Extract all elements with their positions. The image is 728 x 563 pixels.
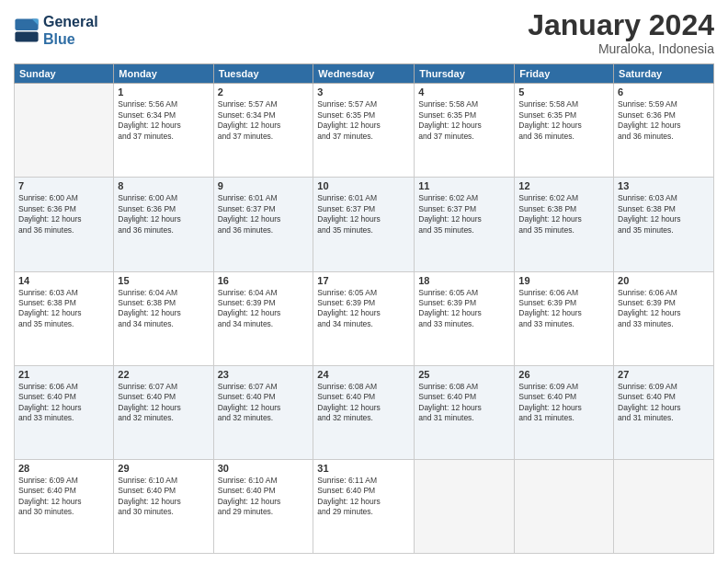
col-header-wednesday: Wednesday	[313, 64, 415, 84]
day-number: 29	[118, 463, 209, 474]
day-number: 25	[418, 369, 510, 380]
week-row-1: 1Sunrise: 5:56 AM Sunset: 6:34 PM Daylig…	[15, 84, 714, 178]
calendar-cell: 26Sunrise: 6:09 AM Sunset: 6:40 PM Dayli…	[515, 365, 614, 459]
calendar-cell: 19Sunrise: 6:06 AM Sunset: 6:39 PM Dayli…	[515, 271, 614, 365]
calendar-cell: 15Sunrise: 6:04 AM Sunset: 6:38 PM Dayli…	[114, 271, 213, 365]
title-block: January 2024 Muraloka, Indonesia	[528, 9, 714, 56]
calendar-cell: 10Sunrise: 6:01 AM Sunset: 6:37 PM Dayli…	[313, 178, 415, 271]
calendar-cell: 25Sunrise: 6:08 AM Sunset: 6:40 PM Dayli…	[415, 365, 515, 459]
day-number: 11	[418, 180, 510, 191]
logo-icon	[14, 17, 40, 43]
calendar-cell: 4Sunrise: 5:58 AM Sunset: 6:35 PM Daylig…	[415, 84, 515, 178]
day-info: Sunrise: 6:09 AM Sunset: 6:40 PM Dayligh…	[18, 476, 109, 518]
day-number: 14	[18, 275, 109, 286]
day-number: 26	[518, 369, 609, 380]
calendar-cell: 28Sunrise: 6:09 AM Sunset: 6:40 PM Dayli…	[15, 459, 114, 553]
calendar-cell	[415, 459, 515, 553]
calendar-cell: 22Sunrise: 6:07 AM Sunset: 6:40 PM Dayli…	[114, 365, 213, 459]
day-number: 6	[618, 86, 710, 98]
calendar-cell: 27Sunrise: 6:09 AM Sunset: 6:40 PM Dayli…	[614, 365, 714, 459]
week-row-3: 14Sunrise: 6:03 AM Sunset: 6:38 PM Dayli…	[15, 271, 714, 365]
calendar-cell: 9Sunrise: 6:01 AM Sunset: 6:37 PM Daylig…	[213, 178, 313, 271]
day-number: 18	[418, 275, 510, 286]
calendar-table: SundayMondayTuesdayWednesdayThursdayFrid…	[14, 63, 714, 554]
calendar-cell: 23Sunrise: 6:07 AM Sunset: 6:40 PM Dayli…	[213, 365, 313, 459]
calendar-cell: 11Sunrise: 6:02 AM Sunset: 6:37 PM Dayli…	[415, 178, 515, 271]
day-info: Sunrise: 6:01 AM Sunset: 6:37 PM Dayligh…	[218, 193, 310, 236]
day-number: 2	[218, 86, 310, 98]
day-info: Sunrise: 6:09 AM Sunset: 6:40 PM Dayligh…	[518, 382, 609, 424]
day-number: 27	[618, 369, 710, 380]
day-info: Sunrise: 5:57 AM Sunset: 6:35 PM Dayligh…	[317, 99, 410, 142]
day-info: Sunrise: 5:59 AM Sunset: 6:36 PM Dayligh…	[618, 99, 710, 142]
day-number: 4	[418, 86, 510, 98]
day-number: 10	[317, 180, 410, 191]
day-number: 31	[317, 463, 410, 474]
day-number: 21	[18, 369, 109, 380]
col-header-monday: Monday	[114, 64, 213, 84]
day-info: Sunrise: 6:07 AM Sunset: 6:40 PM Dayligh…	[218, 382, 310, 424]
day-number: 15	[118, 275, 209, 286]
day-number: 9	[218, 180, 310, 191]
calendar-cell: 1Sunrise: 5:56 AM Sunset: 6:34 PM Daylig…	[114, 84, 213, 178]
day-number: 7	[18, 180, 109, 191]
day-info: Sunrise: 6:04 AM Sunset: 6:39 PM Dayligh…	[218, 288, 310, 330]
day-info: Sunrise: 6:07 AM Sunset: 6:40 PM Dayligh…	[118, 382, 209, 424]
day-info: Sunrise: 5:58 AM Sunset: 6:35 PM Dayligh…	[518, 99, 609, 142]
day-number: 5	[518, 86, 609, 98]
calendar-cell: 18Sunrise: 6:05 AM Sunset: 6:39 PM Dayli…	[415, 271, 515, 365]
location-subtitle: Muraloka, Indonesia	[528, 41, 714, 56]
col-header-thursday: Thursday	[415, 64, 515, 84]
day-info: Sunrise: 6:05 AM Sunset: 6:39 PM Dayligh…	[418, 288, 510, 330]
day-info: Sunrise: 6:10 AM Sunset: 6:40 PM Dayligh…	[118, 476, 209, 518]
calendar-cell: 5Sunrise: 5:58 AM Sunset: 6:35 PM Daylig…	[515, 84, 614, 178]
week-row-5: 28Sunrise: 6:09 AM Sunset: 6:40 PM Dayli…	[15, 459, 714, 553]
day-info: Sunrise: 6:04 AM Sunset: 6:38 PM Dayligh…	[118, 288, 209, 330]
day-info: Sunrise: 6:06 AM Sunset: 6:39 PM Dayligh…	[618, 288, 710, 330]
day-number: 12	[518, 180, 609, 191]
svg-rect-1	[15, 32, 38, 42]
calendar-cell: 21Sunrise: 6:06 AM Sunset: 6:40 PM Dayli…	[15, 365, 114, 459]
logo: General Blue	[14, 13, 98, 48]
day-info: Sunrise: 6:01 AM Sunset: 6:37 PM Dayligh…	[317, 193, 410, 236]
header: General Blue January 2024 Muraloka, Indo…	[14, 9, 714, 56]
col-header-sunday: Sunday	[15, 64, 114, 84]
calendar-cell: 30Sunrise: 6:10 AM Sunset: 6:40 PM Dayli…	[213, 459, 313, 553]
day-number: 8	[118, 180, 209, 191]
day-number: 24	[317, 369, 410, 380]
calendar-cell: 17Sunrise: 6:05 AM Sunset: 6:39 PM Dayli…	[313, 271, 415, 365]
calendar-cell	[614, 459, 714, 553]
calendar-body: 1Sunrise: 5:56 AM Sunset: 6:34 PM Daylig…	[15, 84, 714, 554]
day-info: Sunrise: 5:57 AM Sunset: 6:34 PM Dayligh…	[218, 99, 310, 142]
col-header-saturday: Saturday	[614, 64, 714, 84]
col-header-tuesday: Tuesday	[213, 64, 313, 84]
day-number: 23	[218, 369, 310, 380]
calendar-cell: 31Sunrise: 6:11 AM Sunset: 6:40 PM Dayli…	[313, 459, 415, 553]
day-number: 22	[118, 369, 209, 380]
day-info: Sunrise: 6:03 AM Sunset: 6:38 PM Dayligh…	[18, 288, 109, 330]
day-info: Sunrise: 6:08 AM Sunset: 6:40 PM Dayligh…	[317, 382, 410, 424]
calendar-cell: 8Sunrise: 6:00 AM Sunset: 6:36 PM Daylig…	[114, 178, 213, 271]
day-info: Sunrise: 6:09 AM Sunset: 6:40 PM Dayligh…	[618, 382, 710, 424]
day-info: Sunrise: 6:02 AM Sunset: 6:37 PM Dayligh…	[418, 193, 510, 236]
calendar-cell: 6Sunrise: 5:59 AM Sunset: 6:36 PM Daylig…	[614, 84, 714, 178]
calendar-cell: 3Sunrise: 5:57 AM Sunset: 6:35 PM Daylig…	[313, 84, 415, 178]
calendar-cell: 20Sunrise: 6:06 AM Sunset: 6:39 PM Dayli…	[614, 271, 714, 365]
day-number: 3	[317, 86, 410, 98]
logo-text: General Blue	[43, 13, 98, 48]
day-number: 1	[118, 86, 209, 98]
day-number: 13	[618, 180, 710, 191]
day-info: Sunrise: 6:03 AM Sunset: 6:38 PM Dayligh…	[618, 193, 710, 236]
calendar-cell	[15, 84, 114, 178]
calendar-cell: 7Sunrise: 6:00 AM Sunset: 6:36 PM Daylig…	[15, 178, 114, 271]
page: General Blue January 2024 Muraloka, Indo…	[0, 0, 728, 563]
calendar-cell: 14Sunrise: 6:03 AM Sunset: 6:38 PM Dayli…	[15, 271, 114, 365]
calendar-cell: 24Sunrise: 6:08 AM Sunset: 6:40 PM Dayli…	[313, 365, 415, 459]
day-info: Sunrise: 6:10 AM Sunset: 6:40 PM Dayligh…	[218, 476, 310, 518]
day-info: Sunrise: 6:00 AM Sunset: 6:36 PM Dayligh…	[118, 193, 209, 236]
day-info: Sunrise: 6:06 AM Sunset: 6:39 PM Dayligh…	[518, 288, 609, 330]
week-row-4: 21Sunrise: 6:06 AM Sunset: 6:40 PM Dayli…	[15, 365, 714, 459]
day-number: 20	[618, 275, 710, 286]
day-info: Sunrise: 6:06 AM Sunset: 6:40 PM Dayligh…	[18, 382, 109, 424]
day-number: 17	[317, 275, 410, 286]
